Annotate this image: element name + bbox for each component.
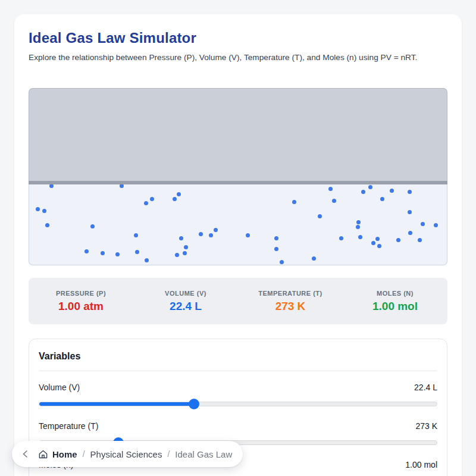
breadcrumb-ideal-gas-law[interactable]: Ideal Gas Law <box>175 449 232 459</box>
volume-slider-track[interactable] <box>39 402 437 406</box>
breadcrumb-separator: / <box>167 449 170 459</box>
gas-particle <box>375 237 380 241</box>
gas-particle <box>183 251 187 255</box>
stat-moles-label: MOLES (N) <box>343 290 447 297</box>
gas-particle <box>274 247 278 251</box>
gas-particle <box>361 190 365 194</box>
stat-pressure: PRESSURE (P) 1.00 atm <box>29 290 133 313</box>
gas-particle <box>135 250 139 254</box>
stats-bar: PRESSURE (P) 1.00 atm VOLUME (V) 22.4 L … <box>29 278 447 324</box>
gas-particle <box>134 233 138 237</box>
breadcrumb-separator: / <box>83 449 85 459</box>
gas-particle <box>150 197 154 201</box>
volume-slider-label: Volume (V) <box>39 383 80 392</box>
stat-moles: MOLES (N) 1.00 mol <box>343 290 447 313</box>
gas-particle <box>368 185 372 189</box>
gas-particle <box>115 252 120 256</box>
gas-particle <box>209 233 213 237</box>
stat-temperature-value: 273 K <box>238 300 343 313</box>
gas-particle <box>390 189 394 193</box>
gas-particle <box>292 200 296 204</box>
gas-particle <box>120 184 124 188</box>
main-card: Ideal Gas Law Simulator Explore the rela… <box>14 14 462 476</box>
gas-particle <box>418 238 422 242</box>
temperature-slider-value: 273 K <box>415 421 437 431</box>
gas-particle <box>380 197 384 201</box>
gas-particle <box>332 199 336 203</box>
gas-particle <box>356 225 360 229</box>
gas-particle <box>356 220 361 224</box>
stat-volume-value: 22.4 L <box>133 300 238 313</box>
gas-particle <box>408 210 412 214</box>
temperature-slider-label: Temperature (T) <box>39 421 98 431</box>
piston-block <box>29 88 447 181</box>
chevron-left-icon[interactable] <box>21 450 30 458</box>
page-title: Ideal Gas Law Simulator <box>29 30 447 46</box>
gas-particle <box>371 241 375 245</box>
breadcrumb-physical-sciences[interactable]: Physical Sciences <box>90 449 162 459</box>
gas-particle <box>36 207 40 211</box>
gas-particle <box>280 260 284 264</box>
stat-temperature: TEMPERATURE (T) 273 K <box>238 290 343 313</box>
gas-particle <box>358 235 362 239</box>
volume-slider[interactable] <box>39 399 437 409</box>
gas-particle <box>49 184 54 188</box>
page-subtitle: Explore the relationship between Pressur… <box>29 53 447 62</box>
home-icon <box>38 449 48 459</box>
stat-volume-label: VOLUME (V) <box>133 290 238 297</box>
gas-particle <box>408 231 412 235</box>
gas-particle <box>396 238 400 242</box>
gas-particle <box>274 236 278 240</box>
gas-particle <box>144 201 148 205</box>
variables-title: Variables <box>39 351 437 371</box>
gas-particle <box>328 187 333 191</box>
gas-particle <box>177 192 181 196</box>
stat-pressure-label: PRESSURE (P) <box>29 290 133 297</box>
gas-particle <box>175 253 179 257</box>
gas-particle <box>312 256 316 261</box>
stat-moles-value: 1.00 mol <box>343 300 447 313</box>
gas-particle <box>408 190 412 194</box>
gas-particle <box>339 236 343 240</box>
gas-particle <box>199 232 203 236</box>
gas-particle <box>421 222 425 226</box>
breadcrumb: Home / Physical Sciences / Ideal Gas Law <box>12 441 243 467</box>
gas-particle <box>179 236 183 240</box>
gas-particle <box>184 245 188 249</box>
gas-particle <box>214 228 218 232</box>
gas-particle <box>434 223 438 227</box>
moles-slider-value: 1.00 mol <box>405 460 437 469</box>
gas-particle <box>246 233 250 237</box>
gas-particle <box>90 224 95 228</box>
gas-particle <box>84 249 89 253</box>
gas-particle <box>145 258 149 262</box>
gas-chamber <box>29 184 447 265</box>
gas-simulation-canvas <box>29 88 447 265</box>
gas-particle <box>318 214 322 218</box>
stat-volume: VOLUME (V) 22.4 L <box>133 290 238 313</box>
volume-slider-value: 22.4 L <box>414 383 437 392</box>
gas-particle <box>42 209 46 213</box>
volume-row: Volume (V) 22.4 L <box>39 383 437 410</box>
breadcrumb-home[interactable]: Home <box>52 449 77 459</box>
gas-particle <box>173 197 177 201</box>
stat-temperature-label: TEMPERATURE (T) <box>238 290 343 297</box>
gas-particle <box>377 244 381 248</box>
stat-pressure-value: 1.00 atm <box>29 300 133 313</box>
gas-particle <box>45 223 49 227</box>
volume-slider-thumb[interactable] <box>189 399 199 409</box>
gas-particle <box>101 251 105 255</box>
